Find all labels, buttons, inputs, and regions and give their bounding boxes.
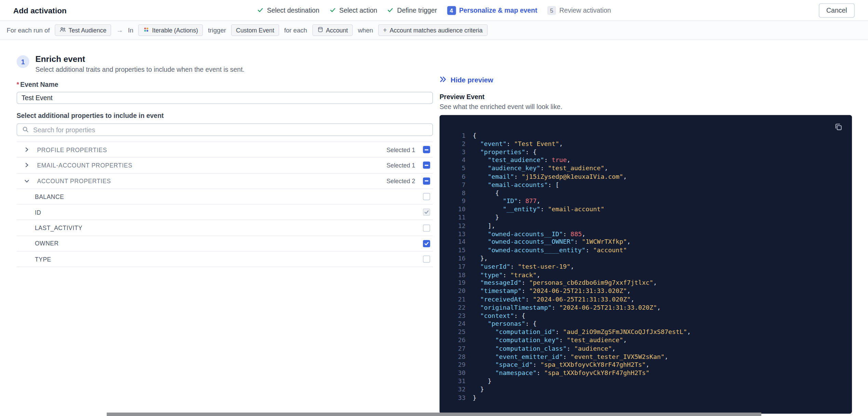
code-line: 19 "messageId": "personas_cb6zdbo6im9g7x…	[455, 280, 842, 288]
enrich-event-section: 1 Enrich event Select additional traits …	[17, 40, 433, 414]
chevron-down-icon	[24, 178, 32, 184]
property-label: ID	[35, 209, 41, 215]
code-line: 8 {	[455, 189, 842, 198]
code-line: 28 "event_emitter_id": "event_tester_IVX…	[455, 353, 842, 361]
step-select-destination[interactable]: Select destination	[257, 5, 319, 15]
criteria-chip-label: Account matches audience criteria	[390, 27, 483, 33]
iterable-logo-icon	[143, 27, 149, 34]
property-checkbox[interactable]	[423, 209, 430, 216]
trigger-bar-text: when	[358, 27, 373, 33]
preview-title: Preview Event	[439, 93, 852, 101]
code-line: 21 "receivedAt": "2024-06-25T21:31:33.02…	[455, 296, 842, 304]
chevron-right-icon	[24, 147, 32, 152]
property-checkbox[interactable]	[423, 193, 430, 200]
search-icon	[22, 125, 29, 135]
code-line: 10 "__entity": "email-account"	[455, 206, 842, 214]
audience-chip[interactable]: Test Audience	[55, 24, 111, 36]
property-checkbox[interactable]	[423, 224, 430, 231]
check-icon	[387, 5, 394, 15]
code-line: 17 "userId": "test-user-19",	[455, 263, 842, 271]
group-label: EMAIL-ACCOUNT PROPERTIES	[37, 162, 132, 169]
step-label: Personalize & map event	[459, 6, 537, 14]
code-line: 26 "computation_key": "test_audience",	[455, 337, 842, 345]
property-search-box[interactable]	[17, 123, 433, 136]
account-icon	[317, 27, 323, 34]
group-checkbox[interactable]	[423, 146, 430, 153]
property-row-last-activity[interactable]: LAST_ACTIVITY	[17, 220, 433, 236]
step-review-activation[interactable]: 5 Review activation	[547, 6, 611, 15]
group-label: ACCOUNT PROPERTIES	[37, 178, 111, 184]
code-line: 12 ],	[455, 222, 842, 230]
code-line: 24 "personas": {	[455, 320, 842, 328]
property-list: PROFILE PROPERTIES Selected 1 EMAIL-ACCO…	[17, 142, 433, 267]
check-icon	[257, 5, 263, 15]
event-type-chip[interactable]: Custom Event	[231, 24, 279, 36]
selected-count: Selected 1	[386, 162, 415, 169]
required-marker: *	[17, 81, 19, 89]
event-name-input[interactable]	[17, 92, 433, 104]
property-row-balance[interactable]: BALANCE	[17, 189, 433, 205]
arrow-icon: →	[117, 26, 123, 34]
property-label: TYPE	[35, 256, 51, 263]
group-label: PROFILE PROPERTIES	[37, 146, 107, 153]
code-line: 13 "owned-accounts__ID": 885,	[455, 230, 842, 239]
hide-preview-link[interactable]: Hide preview	[439, 76, 493, 84]
entity-chip[interactable]: Account	[312, 24, 353, 36]
double-chevron-right-icon	[439, 76, 447, 84]
audience-chip-label: Test Audience	[69, 27, 107, 33]
criteria-chip[interactable]: + Account matches audience criteria	[378, 24, 488, 36]
property-label: BALANCE	[35, 193, 64, 200]
property-checkbox[interactable]	[423, 240, 430, 247]
properties-label: Select additional properties to include …	[17, 112, 433, 120]
entity-chip-label: Account	[326, 27, 348, 33]
property-row-id[interactable]: ID	[17, 205, 433, 220]
group-row-profile-properties[interactable]: PROFILE PROPERTIES Selected 1	[17, 142, 433, 158]
cancel-button[interactable]: Cancel	[818, 3, 855, 17]
step-number-badge: 4	[447, 6, 456, 15]
trigger-summary-bar: For each run of Test Audience → In Itera…	[0, 21, 868, 40]
code-line: 20 "timestamp": "2024-06-25T21:31:33.020…	[455, 287, 842, 296]
selected-count: Selected 2	[386, 178, 415, 184]
code-line: 15 "owned-accounts____entity": "account"	[455, 247, 842, 255]
step-personalize-map-event[interactable]: 4 Personalize & map event	[447, 6, 537, 15]
step-define-trigger[interactable]: Define trigger	[387, 5, 437, 15]
group-row-email-account-properties[interactable]: EMAIL-ACCOUNT PROPERTIES Selected 1	[17, 158, 433, 174]
stepper: Select destination Select action Define …	[257, 5, 611, 15]
code-line: 6 "email": "j15iZysedp@k1euxaIVia.com",	[455, 173, 842, 181]
section-title: Enrich event	[36, 54, 245, 64]
code-line: 7 "email-accounts": [	[455, 181, 842, 189]
step-number-badge: 5	[547, 6, 556, 15]
group-checkbox[interactable]	[423, 162, 430, 169]
code-line: 31 }	[455, 378, 842, 386]
group-row-account-properties[interactable]: ACCOUNT PROPERTIES Selected 2	[17, 173, 433, 189]
trigger-bar-text: In	[128, 27, 134, 33]
plus-icon: +	[383, 26, 387, 34]
code-line: 3 "properties": {	[455, 149, 842, 157]
preview-section: Hide preview Preview Event See what the …	[439, 40, 852, 414]
property-row-type[interactable]: TYPE	[17, 252, 433, 267]
step-select-action[interactable]: Select action	[329, 5, 377, 15]
code-line: 27 "computation_class": "audience",	[455, 345, 842, 353]
group-checkbox[interactable]	[423, 177, 430, 185]
step-label: Select action	[339, 6, 377, 14]
event-chip-label: Custom Event	[236, 27, 274, 33]
destination-chip[interactable]: Iterable (Actions)	[138, 24, 203, 36]
property-row-owner[interactable]: OWNER	[17, 236, 433, 252]
page-title: Add activation	[13, 6, 67, 15]
trigger-bar-text: for each	[284, 27, 307, 33]
trigger-bar-text: trigger	[208, 27, 226, 33]
property-checkbox[interactable]	[423, 256, 430, 263]
section-step-number: 1	[17, 55, 29, 68]
page-bottom-edge	[107, 413, 761, 416]
code-line: 23 "context": {	[455, 312, 842, 320]
step-label: Define trigger	[397, 6, 437, 14]
destination-chip-label: Iterable (Actions)	[152, 27, 198, 33]
copy-icon[interactable]	[833, 122, 844, 134]
property-label: OWNER	[35, 240, 59, 247]
code-line: 16 },	[455, 255, 842, 263]
property-label: LAST_ACTIVITY	[35, 225, 82, 231]
search-input[interactable]	[33, 126, 428, 134]
code-line: 30 "namespace": "spa_tXXbfoyvCkY8rF47ghH…	[455, 370, 842, 378]
code-line: 5 "audience_key": "test_audience",	[455, 165, 842, 173]
code-line: 32 }	[455, 386, 842, 394]
